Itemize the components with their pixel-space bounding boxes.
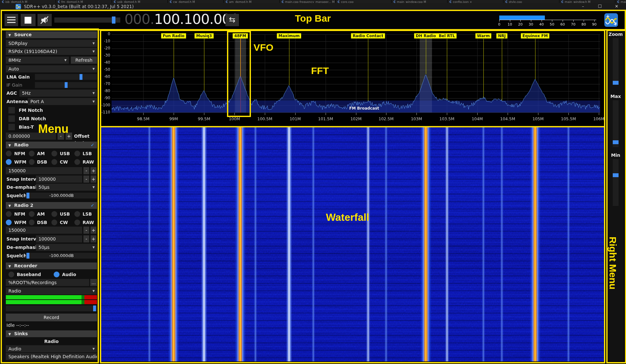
station-label[interactable]: Radio Contact bbox=[351, 33, 385, 38]
enabled-check-icon[interactable]: ✓ bbox=[91, 142, 94, 148]
station-label[interactable]: Bel RTL bbox=[437, 33, 457, 38]
snap-interval-input[interactable]: 100000 bbox=[36, 176, 82, 183]
recorder-volume-slider[interactable] bbox=[6, 305, 97, 311]
bandwidth-plus-button[interactable]: + bbox=[91, 167, 96, 174]
dab-notch-checkbox[interactable] bbox=[8, 115, 15, 122]
snap-minus-button[interactable]: - bbox=[83, 235, 89, 242]
deemphasis-label: De-emphasis bbox=[6, 244, 39, 251]
record-button[interactable]: Record bbox=[6, 314, 97, 321]
offset-plus-button[interactable]: + bbox=[66, 133, 72, 140]
mode-nfm[interactable]: NFM bbox=[6, 150, 29, 157]
close-button[interactable]: ✕ bbox=[609, 3, 624, 10]
mode-cw[interactable]: CW bbox=[51, 219, 74, 226]
max-slider[interactable] bbox=[613, 100, 619, 147]
frequency-display[interactable]: 000.100.100.000 bbox=[124, 11, 239, 27]
mode-am[interactable]: AM bbox=[29, 210, 52, 218]
lna-gain-slider[interactable] bbox=[35, 74, 97, 80]
snap-interval-input[interactable]: 100000 bbox=[36, 235, 82, 242]
snap-plus-button[interactable]: + bbox=[91, 235, 96, 242]
radio2-section-header[interactable]: ▼Radio 2✓ bbox=[6, 202, 97, 209]
mode-dsb[interactable]: DSB bbox=[29, 158, 52, 166]
scale-number: 90 bbox=[590, 22, 598, 27]
agc-label: AGC bbox=[6, 90, 17, 97]
maximize-button[interactable]: ☐ bbox=[592, 3, 607, 10]
volume-slider[interactable] bbox=[54, 17, 120, 23]
offset-minus-button[interactable]: - bbox=[58, 133, 64, 140]
source-device-select[interactable]: RSPdx (191106DA42)▼ bbox=[6, 48, 97, 55]
station-label[interactable]: Maximum bbox=[277, 33, 301, 38]
mode-lsb[interactable]: LSB bbox=[74, 150, 97, 157]
bandwidth-minus-button[interactable]: - bbox=[83, 227, 89, 234]
source-driver-select[interactable]: SDRplay▼ bbox=[6, 40, 97, 47]
snap-plus-button[interactable]: + bbox=[91, 176, 96, 183]
squelch-value: -100.000dB bbox=[26, 253, 97, 259]
squelch-slider[interactable]: -100.000dB bbox=[26, 193, 97, 198]
mode-label: AM bbox=[37, 151, 45, 156]
mode-am[interactable]: AM bbox=[29, 150, 52, 157]
mode-wfm[interactable]: WFM bbox=[6, 158, 29, 166]
sinks-section-header[interactable]: ▼Sinks bbox=[6, 330, 97, 337]
fft-display[interactable]: 0-10-20-30-40-50-60-70-80-90-100-110 Fun… bbox=[101, 31, 604, 125]
vfo-swap-button[interactable]: ⇆ bbox=[225, 14, 239, 26]
bandwidth-minus-button[interactable]: - bbox=[83, 167, 89, 174]
antenna-select[interactable]: Port A▼ bbox=[28, 98, 97, 105]
mute-button[interactable] bbox=[38, 14, 52, 26]
agc-rate-select[interactable]: 5Hz▼ bbox=[19, 90, 97, 97]
station-label[interactable]: Musiq3 bbox=[195, 33, 214, 38]
waterfall-display[interactable] bbox=[101, 127, 604, 361]
mode-dsb[interactable]: DSB bbox=[29, 219, 52, 226]
recorder-section-header[interactable]: ▼Recorder bbox=[6, 262, 97, 269]
deemphasis-select[interactable]: 50µs▼ bbox=[36, 184, 97, 191]
station-label[interactable]: DH Radio bbox=[414, 33, 437, 38]
axis-tick bbox=[143, 113, 144, 115]
station-label[interactable]: Warm bbox=[475, 33, 491, 38]
recorder-mode-audio[interactable]: Audio bbox=[54, 271, 76, 278]
recording-path-input[interactable]: %ROOT%/Recordings bbox=[6, 279, 89, 286]
squelch-label: Squelch bbox=[6, 192, 27, 199]
station-label[interactable]: NRJ bbox=[496, 33, 507, 38]
stop-icon bbox=[25, 17, 31, 24]
min-slider[interactable] bbox=[613, 159, 619, 206]
radio-bandwidth-input[interactable]: 150000 bbox=[6, 167, 82, 174]
volume-slider-handle[interactable] bbox=[112, 16, 115, 24]
mode-raw[interactable]: RAW bbox=[74, 219, 97, 226]
station-label[interactable]: Equinox FM bbox=[521, 33, 549, 38]
station-label[interactable]: 48FM bbox=[233, 33, 248, 38]
mode-cw[interactable]: CW bbox=[51, 158, 74, 166]
mode-usb[interactable]: USB bbox=[51, 150, 74, 157]
radio-section-header[interactable]: ▼Radio✓ bbox=[6, 142, 97, 148]
fft-plot-area[interactable]: Fun RadioMusiq348FMMaximumRadio ContactD… bbox=[112, 34, 600, 112]
sample-rate-select[interactable]: 8MHz▼ bbox=[6, 57, 69, 64]
menu-toggle-button[interactable] bbox=[5, 14, 18, 26]
fm-notch-checkbox[interactable] bbox=[8, 107, 15, 113]
sdrpp-logo-button[interactable]: + + bbox=[604, 13, 618, 27]
mode-usb[interactable]: USB bbox=[51, 210, 74, 218]
audio-device-select[interactable]: Speakers (Realtek High Definition Audio) bbox=[6, 353, 97, 360]
bias-t-checkbox[interactable] bbox=[8, 124, 15, 130]
offset-input[interactable]: 0.000000 bbox=[6, 133, 56, 140]
mode-lsb[interactable]: LSB bbox=[74, 210, 97, 218]
radio2-bandwidth-input[interactable]: 150000 bbox=[6, 227, 82, 234]
browse-button[interactable]: ... bbox=[90, 279, 97, 286]
station-label[interactable]: Fun Radio bbox=[161, 33, 186, 38]
refresh-button[interactable]: Refresh bbox=[71, 57, 97, 64]
deemphasis-select[interactable]: 50µs▼ bbox=[36, 244, 97, 251]
stop-button[interactable] bbox=[21, 14, 36, 26]
mode-raw[interactable]: RAW bbox=[74, 158, 97, 166]
radio-circle bbox=[6, 211, 12, 217]
fft-zoom-scale[interactable]: 0102030405060708090 bbox=[498, 14, 597, 27]
snap-minus-button[interactable]: - bbox=[83, 176, 89, 183]
squelch-slider[interactable]: -100.000dB bbox=[26, 253, 97, 259]
if-gain-slider[interactable] bbox=[35, 82, 97, 88]
enabled-check-icon[interactable]: ✓ bbox=[91, 202, 94, 209]
recorder-mode-baseband[interactable]: Baseband bbox=[8, 271, 41, 278]
mode-wfm[interactable]: WFM bbox=[6, 219, 29, 226]
bandwidth-plus-button[interactable]: + bbox=[91, 227, 96, 234]
sink-type-select[interactable]: Audio▼ bbox=[6, 345, 97, 352]
source-section-header[interactable]: ▼Source bbox=[6, 31, 97, 38]
zoom-slider[interactable] bbox=[613, 38, 619, 85]
agc-mode-select[interactable]: Auto▼ bbox=[6, 65, 97, 72]
mode-nfm[interactable]: NFM bbox=[6, 210, 29, 218]
recorder-stream-select[interactable]: Radio▼ bbox=[6, 287, 97, 294]
minimize-button[interactable]: – bbox=[576, 3, 590, 10]
